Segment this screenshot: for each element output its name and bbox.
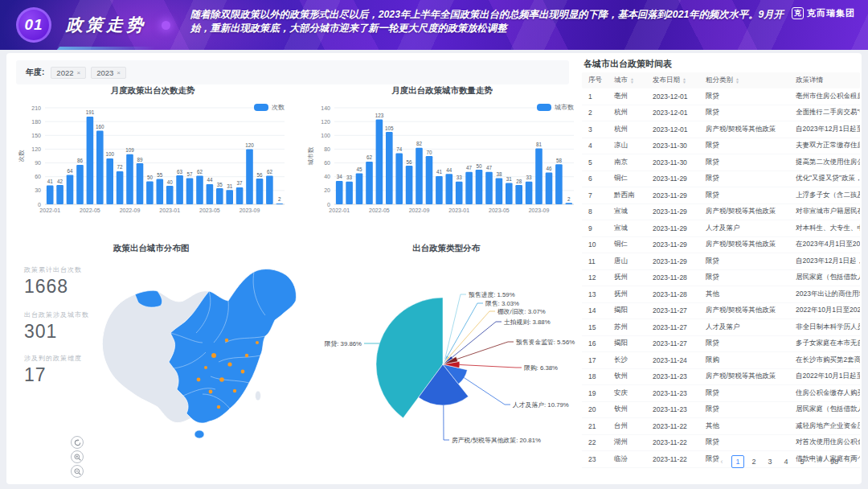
table-row[interactable]: 9宣城2023-11-29人才及落户对本科生、大专生、中专生以及取得 <box>582 220 860 237</box>
bar-2023-03[interactable] <box>476 170 483 204</box>
year-chip[interactable]: 2023× <box>91 67 126 79</box>
table-row[interactable]: 17长沙2023-11-24限购在长沙市购买第2套商品住房，不需 <box>582 352 860 369</box>
bar-2023-12[interactable] <box>566 203 573 204</box>
page-button-4[interactable]: 4 <box>780 455 792 468</box>
bar-2022-05[interactable] <box>376 120 383 204</box>
sort-icon[interactable]: ▲▼ <box>630 77 634 84</box>
page-button-3[interactable]: 3 <box>764 455 776 468</box>
table-row[interactable]: 7黔西南2023-11-29限贷上浮多子女（含二孩及以上）家庭住 <box>582 187 860 204</box>
bar-2022-11[interactable] <box>436 176 443 204</box>
table-cell: 抚州 <box>608 273 646 282</box>
svg-text:2023-05: 2023-05 <box>489 208 510 213</box>
table-row[interactable]: 15苏州2023-11-27人才及落户非全日制本科学历人员、中级专业技 <box>582 319 860 336</box>
table-row[interactable]: 2杭州2023-12-01限贷全面推行二手房交易"带押过户"，买 <box>582 105 860 122</box>
bar-2023-05[interactable] <box>496 178 503 204</box>
bar-2023-02[interactable] <box>176 175 183 204</box>
table-cell: 铜仁 <box>608 174 646 183</box>
column-header-date[interactable]: 发布日期▲▼ <box>646 76 699 85</box>
bar-2023-07[interactable] <box>515 185 522 204</box>
table-row[interactable]: 3杭州2023-12-01房产税/契税等其他政策自2023年12月1日起至202… <box>582 121 860 138</box>
bar-2022-04[interactable] <box>366 162 373 204</box>
bar-2022-09[interactable] <box>126 154 133 204</box>
bar-2022-08[interactable] <box>117 171 124 204</box>
table-row[interactable]: 12抚州2023-11-28限贷居民家庭（包括借款人、配偶及未成 <box>582 270 860 287</box>
table-row[interactable]: 8宣城2023-11-29房产税/契税等其他政策对非宣城市户籍居民在宣城市区购买 <box>582 204 860 221</box>
bar-2023-06[interactable] <box>216 188 223 204</box>
bar-2022-06[interactable] <box>96 131 104 204</box>
table-row[interactable]: 1亳州2023-12-01限贷亳州市住房公积金租房提取政策办理 <box>582 88 860 105</box>
bar-2022-10[interactable] <box>426 156 433 204</box>
bar-2023-02[interactable] <box>465 172 473 204</box>
column-header-category[interactable]: 粗分类别▲▼ <box>699 76 789 85</box>
city-count-legend[interactable]: 城市数 <box>537 103 574 112</box>
bar-2022-12[interactable] <box>157 179 164 204</box>
bar-2022-01[interactable] <box>47 186 54 204</box>
bar-2023-06[interactable] <box>506 183 513 204</box>
table-row[interactable]: 22湖州2023-11-22限贷对首次使用住房公积金贷款购买首套 <box>582 435 860 452</box>
bar-2023-04[interactable] <box>196 176 203 204</box>
page-button-1[interactable]: 1 <box>731 455 744 468</box>
bar-2022-03[interactable] <box>356 173 363 204</box>
year-chip[interactable]: 2022× <box>51 67 86 79</box>
table-row[interactable]: 10铜仁2023-11-29房产税/契税等其他政策在2023年4月1日至2024… <box>582 237 860 254</box>
bar-2023-09[interactable] <box>246 149 253 204</box>
bar-2022-01[interactable] <box>336 181 343 204</box>
page-next-button[interactable]: › <box>844 455 857 468</box>
bar-2023-09[interactable] <box>535 149 542 204</box>
bar-2023-10[interactable] <box>546 173 553 204</box>
bar-2022-08[interactable] <box>406 166 413 204</box>
table-row[interactable]: 16揭阳2023-11-27限贷多子女家庭在本市无自有住房且租赁 <box>582 336 860 353</box>
bar-2022-09[interactable] <box>416 148 423 204</box>
bar-2023-11[interactable] <box>266 176 273 204</box>
bar-2022-06[interactable] <box>386 132 393 204</box>
bar-2022-07[interactable] <box>106 158 113 204</box>
map-zoom-out-button[interactable] <box>71 465 84 478</box>
table-row[interactable]: 6铜仁2023-11-29限贷优化"又提又贷"政策，缴存职工在本 <box>582 171 860 188</box>
table-row[interactable]: 14揭阳2023-11-27房产税/契税等其他政策2022年10月1日至2025… <box>582 303 860 320</box>
bar-2023-11[interactable] <box>555 164 563 204</box>
bar-2022-02[interactable] <box>56 185 63 204</box>
table-row[interactable]: 19安庆2023-11-23限贷住房公积金缴存人购买安庆市范围内 <box>582 385 860 402</box>
table-row[interactable]: 11唐山2023-11-29限贷自2023年12月1日起，二孩缴存职工 <box>582 253 860 270</box>
table-cell: 临汾 <box>608 454 646 464</box>
table-row[interactable]: 13抚州2023-11-28其他2023年出让的商住用地，竞买保证金 <box>582 286 860 303</box>
bar-2022-05[interactable] <box>87 117 94 204</box>
bar-2023-08[interactable] <box>236 187 244 204</box>
bar-2022-03[interactable] <box>67 175 74 204</box>
column-header-city[interactable]: 城市▲▼ <box>608 76 646 85</box>
bar-2022-02[interactable] <box>346 182 353 204</box>
page-ellipsis[interactable]: ••• <box>812 455 825 468</box>
bar-2023-12[interactable] <box>276 203 284 204</box>
sort-icon[interactable]: ▲▼ <box>735 77 739 84</box>
bar-2022-12[interactable] <box>446 174 453 204</box>
table-row[interactable]: 4凉山2023-11-30限贷夫妻双方正常缴存住房公积金的职工 <box>582 138 860 155</box>
bar-2022-07[interactable] <box>395 154 403 204</box>
chip-close-icon[interactable]: × <box>76 69 80 76</box>
bar-2023-07[interactable] <box>226 190 233 204</box>
bar-2023-10[interactable] <box>256 179 264 204</box>
china-map[interactable] <box>93 259 342 460</box>
page-prev-button[interactable]: ‹ <box>715 455 728 468</box>
bar-2022-10[interactable] <box>137 163 144 204</box>
bar-2022-11[interactable] <box>146 181 154 204</box>
page-button-5[interactable]: 5 <box>796 455 809 468</box>
map-zoom-in-button[interactable] <box>71 450 84 463</box>
bar-2023-01[interactable] <box>166 186 174 204</box>
chip-close-icon[interactable]: × <box>117 69 121 76</box>
table-row[interactable]: 20钦州2023-11-23限贷居民家庭（包括借款人、配偶及未成 <box>582 402 860 419</box>
sort-icon[interactable]: ▲▼ <box>682 77 686 84</box>
table-row[interactable]: 5南京2023-11-30限贷提高第二次使用住房公积金贷款购房 <box>582 154 860 171</box>
bar-2023-05[interactable] <box>207 184 214 204</box>
page-button-2[interactable]: 2 <box>747 455 760 468</box>
policy-count-legend[interactable]: 次数 <box>254 103 285 112</box>
page-button-98[interactable]: 98 <box>828 455 841 468</box>
table-row[interactable]: 18钦州2023-11-23房产税/契税等其他政策自2022年10月1日起至20… <box>582 369 860 386</box>
cric-logo-text: 克而瑞集团 <box>807 7 855 19</box>
bar-2023-04[interactable] <box>485 172 493 204</box>
bar-2023-01[interactable] <box>456 182 463 204</box>
bar-2022-04[interactable] <box>76 165 84 204</box>
table-row[interactable]: 21台州2023-11-22其他减轻房地产企业资金压力，下调竞买 <box>582 418 860 435</box>
bar-2023-08[interactable] <box>526 182 533 204</box>
map-refresh-button[interactable] <box>71 436 84 449</box>
bar-2023-03[interactable] <box>186 178 194 204</box>
